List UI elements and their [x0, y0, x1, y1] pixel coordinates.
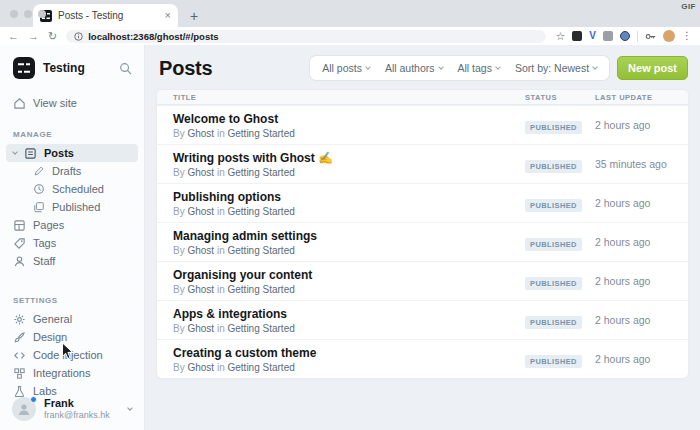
- table-row[interactable]: Welcome to Ghost By Ghost in Getting Sta…: [157, 105, 688, 144]
- reload-icon[interactable]: ↻: [48, 31, 57, 42]
- extension-v-icon[interactable]: V: [589, 31, 596, 41]
- window-close-button[interactable]: [10, 10, 18, 18]
- sidebar-item-code-injection[interactable]: Code injection: [0, 346, 144, 364]
- browser-tab[interactable]: Posts - Testing ×: [33, 4, 178, 27]
- pages-label: Pages: [33, 219, 64, 231]
- extension-gray-icon[interactable]: [603, 31, 613, 41]
- last-update: 2 hours ago: [595, 119, 672, 131]
- browser-menu-icon[interactable]: ⋮: [682, 31, 692, 41]
- table-row[interactable]: Creating a custom theme By Ghost in Gett…: [157, 339, 688, 378]
- new-tab-button[interactable]: +: [190, 9, 198, 23]
- user-email: frank@franks.hk: [44, 410, 120, 421]
- table-row[interactable]: Managing admin settings By Ghost in Gett…: [157, 222, 688, 261]
- filter-sort-by[interactable]: Sort by: Newest: [515, 62, 597, 74]
- posts-label: Posts: [44, 147, 74, 159]
- stack-icon: [32, 201, 45, 214]
- filter-all-tags[interactable]: All tags: [458, 62, 500, 74]
- manage-section-label: MANAGE: [0, 130, 144, 139]
- table-row[interactable]: Writing posts with Ghost ✍️ By Ghost in …: [157, 144, 688, 183]
- tab-close-icon[interactable]: ×: [165, 10, 171, 21]
- site-name[interactable]: Testing: [43, 61, 111, 75]
- sidebar-item-general[interactable]: General: [0, 310, 144, 328]
- gif-watermark: GIF: [681, 2, 696, 11]
- col-title: TITLE: [173, 93, 525, 102]
- address-bar[interactable]: localhost:2368/ghost/#/posts: [66, 30, 546, 43]
- post-title[interactable]: Organising your content: [173, 268, 525, 282]
- col-last-update: LAST UPDATE: [595, 93, 672, 102]
- status-badge: PUBLISHED: [525, 121, 582, 134]
- sidebar-item-design[interactable]: Design: [0, 328, 144, 346]
- chevron-down-icon[interactable]: [12, 149, 18, 155]
- table-row[interactable]: Organising your content By Ghost in Gett…: [157, 261, 688, 300]
- filter-all-authors[interactable]: All authors: [385, 62, 443, 74]
- sidebar-item-integrations[interactable]: Integrations: [0, 364, 144, 382]
- last-update: 2 hours ago: [595, 314, 672, 326]
- extension-gauge-icon[interactable]: [620, 31, 630, 41]
- code-injection-label: Code injection: [33, 349, 103, 361]
- ghost-admin-logo-icon[interactable]: [13, 57, 35, 79]
- filter-bar: All posts All authors All tags Sort by: …: [310, 56, 609, 80]
- sidebar-item-published[interactable]: Published: [0, 198, 144, 216]
- last-update: 2 hours ago: [595, 197, 672, 209]
- clock-icon: [32, 183, 45, 196]
- site-info-icon[interactable]: [74, 32, 83, 41]
- staff-label: Staff: [33, 255, 55, 267]
- view-site-label: View site: [33, 97, 77, 109]
- window-zoom-button[interactable]: [38, 10, 46, 18]
- new-post-button[interactable]: New post: [617, 56, 688, 80]
- last-update: 2 hours ago: [595, 275, 672, 287]
- sidebar-item-staff[interactable]: Staff: [0, 252, 144, 270]
- labs-label: Labs: [33, 385, 57, 397]
- browser-toolbar: ← → ↻ localhost:2368/ghost/#/posts ☆ V ⋮: [0, 27, 700, 45]
- post-title[interactable]: Managing admin settings: [173, 229, 525, 243]
- filter-all-posts[interactable]: All posts: [322, 62, 370, 74]
- blocks-icon: [13, 367, 26, 380]
- post-title[interactable]: Welcome to Ghost: [173, 112, 525, 126]
- table-row[interactable]: Publishing options By Ghost in Getting S…: [157, 183, 688, 222]
- user-chevron-icon[interactable]: [127, 405, 133, 411]
- gear-icon: [13, 313, 26, 326]
- pages-icon: [13, 219, 26, 232]
- flask-icon: [13, 385, 26, 398]
- post-title[interactable]: Creating a custom theme: [173, 346, 525, 360]
- key-icon[interactable]: [645, 32, 656, 41]
- url-text[interactable]: localhost:2368/ghost/#/posts: [88, 31, 218, 42]
- post-title[interactable]: Apps & integrations: [173, 307, 525, 321]
- status-badge: PUBLISHED: [525, 238, 582, 251]
- status-badge: PUBLISHED: [525, 199, 582, 212]
- post-title[interactable]: Publishing options: [173, 190, 525, 204]
- main-content: Posts All posts All authors All tags Sor…: [145, 45, 700, 430]
- back-icon[interactable]: ←: [8, 31, 19, 42]
- post-title[interactable]: Writing posts with Ghost ✍️: [173, 151, 525, 165]
- tag-icon: [13, 237, 26, 250]
- paintbrush-icon: [13, 331, 26, 344]
- status-badge: PUBLISHED: [525, 277, 582, 290]
- post-byline: By Ghost in Getting Started: [173, 245, 525, 256]
- sidebar-item-posts[interactable]: Posts: [6, 144, 138, 162]
- extension-dark-icon[interactable]: [572, 31, 582, 41]
- table-row[interactable]: Apps & integrations By Ghost in Getting …: [157, 300, 688, 339]
- sidebar-item-view-site[interactable]: View site: [0, 94, 144, 112]
- post-byline: By Ghost in Getting Started: [173, 284, 525, 295]
- browser-profile-avatar[interactable]: [663, 30, 675, 42]
- scheduled-label: Scheduled: [52, 183, 104, 195]
- sidebar-item-drafts[interactable]: Drafts: [0, 162, 144, 180]
- home-icon: [13, 97, 26, 110]
- forward-icon[interactable]: →: [28, 31, 39, 42]
- search-icon[interactable]: [119, 62, 132, 75]
- chevron-down-icon: [495, 64, 501, 70]
- sidebar-item-tags[interactable]: Tags: [0, 234, 144, 252]
- settings-section-label: SETTINGS: [0, 296, 144, 305]
- drafts-label: Drafts: [52, 165, 81, 177]
- page-title: Posts: [159, 57, 212, 80]
- sidebar-item-scheduled[interactable]: Scheduled: [0, 180, 144, 198]
- sidebar-item-pages[interactable]: Pages: [0, 216, 144, 234]
- window-minimize-button[interactable]: [24, 10, 32, 18]
- status-dot: [30, 396, 37, 403]
- post-byline: By Ghost in Getting Started: [173, 362, 525, 373]
- bookmark-star-icon[interactable]: ☆: [555, 31, 565, 42]
- user-menu[interactable]: Frank frank@franks.hk: [0, 397, 144, 421]
- post-byline: By Ghost in Getting Started: [173, 128, 525, 139]
- window-controls: [10, 10, 46, 18]
- last-update: 35 minutes ago: [595, 158, 672, 170]
